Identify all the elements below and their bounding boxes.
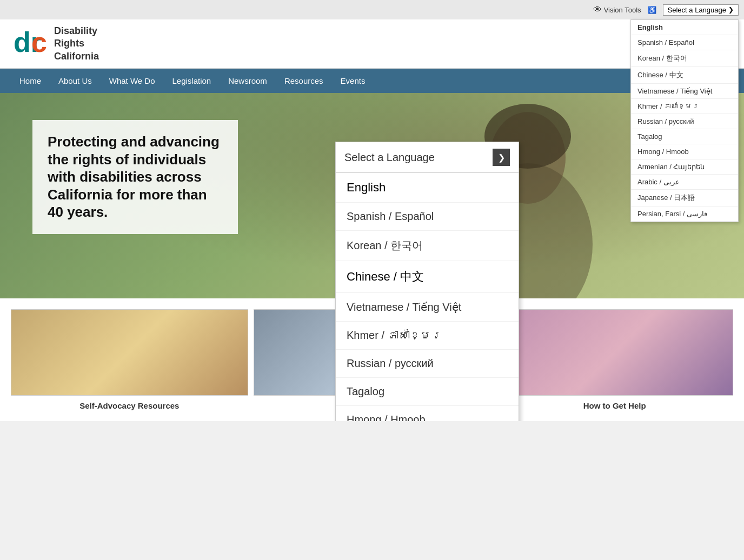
hero-heading: Protecting and advancing the rights of i… bbox=[48, 133, 223, 221]
card-self-advocacy[interactable]: Self-Advocacy Resources bbox=[11, 309, 248, 410]
small-dropdown-item-tagalog[interactable]: Tagalog bbox=[631, 129, 738, 144]
nav-item-legislation[interactable]: Legislation bbox=[163, 69, 220, 93]
top-bar: 👁 Vision Tools ♿ Select a Language ❯ Eng… bbox=[0, 0, 744, 19]
small-dropdown-item-armenian[interactable]: Armenian / Հայերեն bbox=[631, 159, 738, 175]
card-get-help-image bbox=[496, 309, 733, 396]
small-dropdown-item-khmer[interactable]: Khmer / ភាសាខ្មែរ bbox=[631, 99, 738, 114]
small-dropdown-item-japanese[interactable]: Japanese / 日本語 bbox=[631, 190, 738, 206]
nav-item-resources[interactable]: Resources bbox=[276, 69, 332, 93]
small-dropdown-item-persian[interactable]: Persian, Farsi / فارسی bbox=[631, 206, 738, 222]
small-dropdown-item-korean[interactable]: Korean / 한국어 bbox=[631, 50, 738, 67]
nav-item-about[interactable]: About Us bbox=[50, 69, 101, 93]
large-lang-item-korean[interactable]: Korean / 한국어 bbox=[336, 231, 519, 261]
nav-item-what-we-do[interactable]: What We Do bbox=[101, 69, 164, 93]
logo-text: Disability Rights California bbox=[54, 25, 99, 63]
small-dropdown-item-arabic[interactable]: Arabic / عربى bbox=[631, 175, 738, 190]
logo-area[interactable]: dr c Disability Rights California bbox=[11, 25, 99, 63]
small-dropdown-item-spanish[interactable]: Spanish / Español bbox=[631, 35, 738, 50]
lang-selector-top-label: Select a Language bbox=[668, 6, 726, 14]
logo-line2: Rights bbox=[54, 37, 99, 50]
logo-line3: California bbox=[54, 50, 99, 63]
large-lang-header-label: Select a Language bbox=[344, 151, 435, 164]
drc-logo-icon: dr c bbox=[11, 25, 49, 63]
accessibility-icon-button[interactable]: ♿ bbox=[648, 6, 656, 14]
language-selector-top[interactable]: Select a Language ❯ bbox=[663, 4, 739, 16]
large-lang-item-russian[interactable]: Russian / русский bbox=[336, 350, 519, 378]
large-lang-item-khmer[interactable]: Khmer / ភាសាខ្មែរ bbox=[336, 322, 519, 350]
large-language-dropdown: Select a Language ❯ English Spanish / Es… bbox=[335, 142, 519, 421]
small-dropdown-item-chinese[interactable]: Chinese / 中文 bbox=[631, 67, 738, 84]
card-self-advocacy-label: Self-Advocacy Resources bbox=[79, 401, 179, 410]
lang-selector-chevron-icon: ❯ bbox=[728, 6, 734, 14]
card-get-help-label: How to Get Help bbox=[583, 401, 646, 410]
eye-icon: 👁 bbox=[593, 5, 602, 15]
card-self-advocacy-image bbox=[11, 309, 248, 396]
large-lang-item-spanish[interactable]: Spanish / Español bbox=[336, 203, 519, 231]
vision-tools-button[interactable]: 👁 Vision Tools bbox=[593, 5, 641, 15]
hero-text-box: Protecting and advancing the rights of i… bbox=[32, 120, 238, 234]
large-lang-item-vietnamese[interactable]: Vietnamese / Tiếng Việt bbox=[336, 293, 519, 322]
card-get-help[interactable]: How to Get Help bbox=[496, 309, 733, 410]
small-dropdown-item-russian[interactable]: Russian / русский bbox=[631, 114, 738, 129]
nav-item-events[interactable]: Events bbox=[332, 69, 374, 93]
large-lang-item-english[interactable]: English bbox=[336, 173, 519, 203]
accessibility-icon: ♿ bbox=[648, 6, 656, 14]
vision-tools-label: Vision Tools bbox=[604, 6, 641, 14]
nav-item-newsroom[interactable]: Newsroom bbox=[220, 69, 276, 93]
small-dropdown-item-english[interactable]: English bbox=[631, 20, 738, 35]
small-language-dropdown: English Spanish / Español Korean / 한국어 C… bbox=[630, 19, 739, 222]
small-dropdown-item-vietnamese[interactable]: Vietnamese / Tiếng Việt bbox=[631, 84, 738, 99]
large-lang-header: Select a Language ❯ bbox=[336, 142, 519, 173]
large-lang-item-tagalog[interactable]: Tagalog bbox=[336, 378, 519, 406]
large-lang-close-button[interactable]: ❯ bbox=[493, 149, 510, 166]
logo-line1: Disability bbox=[54, 25, 99, 37]
large-lang-item-hmong[interactable]: Hmong / Hmoob bbox=[336, 406, 519, 421]
small-dropdown-item-hmong[interactable]: Hmong / Hmoob bbox=[631, 144, 738, 159]
nav-item-home[interactable]: Home bbox=[11, 69, 50, 93]
svg-text:c: c bbox=[31, 26, 47, 58]
large-lang-item-chinese[interactable]: Chinese / 中文 bbox=[336, 261, 519, 293]
